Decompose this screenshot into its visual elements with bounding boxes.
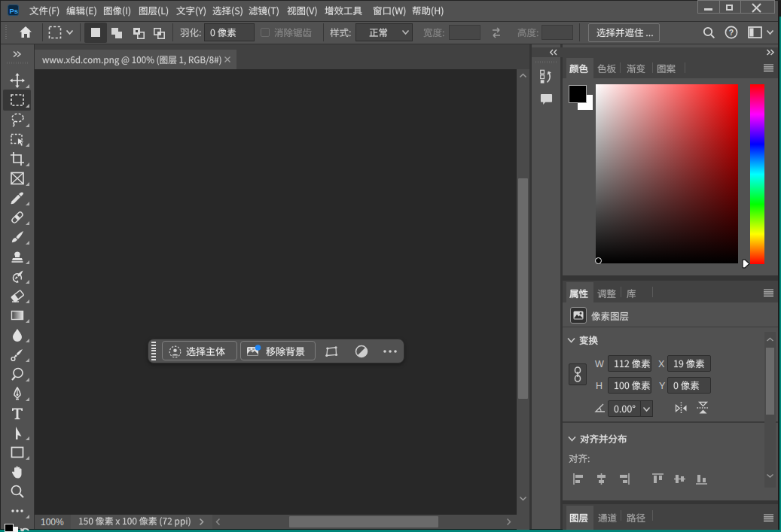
- svg-text:?: ?: [729, 28, 734, 37]
